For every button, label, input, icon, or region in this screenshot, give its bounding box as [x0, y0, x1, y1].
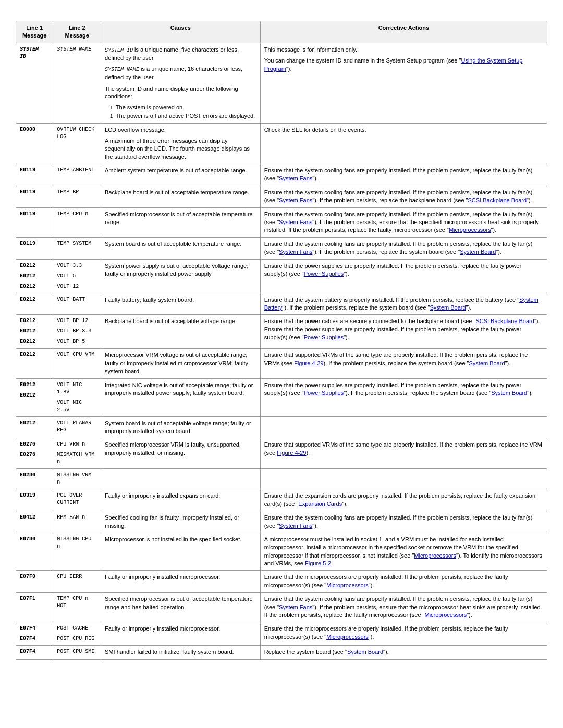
table-row: E0119TEMP CPU nSpecified microprocessor … — [16, 207, 547, 237]
causes-cell: Backplane board is out of acceptable vol… — [101, 315, 261, 349]
table-row: E0212E0212VOLT NIC 1.8VVOLT NIC 2.5VInte… — [16, 378, 547, 416]
causes-cell: Faulty or improperly installed microproc… — [101, 571, 261, 593]
causes-cell: Faulty or improperly installed microproc… — [101, 622, 261, 646]
line1-cell: E0212E0212E0212 — [16, 315, 53, 349]
causes-cell: LCD overflow message.A maximum of three … — [101, 123, 261, 164]
table-row: E07F4E07F4POST CACHEPOST CPU REGFaulty o… — [16, 622, 547, 646]
causes-cell: Faulty or improperly installed expansion… — [101, 489, 261, 511]
line2-cell: CPU IERR — [53, 571, 101, 593]
actions-cell[interactable] — [260, 416, 547, 438]
line2-cell: VOLT CPU VRM — [53, 349, 101, 378]
line2-cell: VOLT PLANAR REG — [53, 416, 101, 438]
table-row: E0280MISSING VRM n — [16, 469, 547, 489]
line1-cell: E0212E0212E0212 — [16, 259, 53, 293]
actions-cell[interactable]: Ensure that the system cooling fans are … — [260, 237, 547, 259]
table-row: SYSTEMIDSYSTEM NAMESYSTEM ID is a unique… — [16, 43, 547, 123]
causes-cell: System board is out of acceptable temper… — [101, 237, 261, 259]
line1-cell: E0119 — [16, 237, 53, 259]
actions-cell[interactable]: A microprocessor must be installed in so… — [260, 533, 547, 571]
line1-cell: E0000 — [16, 123, 53, 164]
line1-cell: E0276E0276 — [16, 438, 53, 469]
line1-cell: E07F4E07F4 — [16, 622, 53, 646]
table-row: E07F4POST CPU SMISMI handler failed to i… — [16, 646, 547, 659]
actions-cell[interactable]: Ensure that the power supplies are prope… — [260, 259, 547, 293]
line1-cell: E0280 — [16, 469, 53, 489]
line2-cell: TEMP SYSTEM — [53, 237, 101, 259]
actions-cell[interactable]: Ensure that the power supplies are prope… — [260, 378, 547, 416]
line1-cell: E0780 — [16, 533, 53, 571]
table-row: E0212VOLT CPU VRMMicroprocessor VRM volt… — [16, 349, 547, 378]
actions-cell[interactable]: Ensure that the system cooling fans are … — [260, 593, 547, 622]
line2-cell: PCI OVER CURRENT — [53, 489, 101, 511]
error-messages-table: Line 1 Message Line 2 Message Causes Cor… — [16, 21, 547, 660]
line2-cell: TEMP BP — [53, 186, 101, 207]
actions-cell[interactable]: Replace the system board (see "System Bo… — [260, 646, 547, 659]
line1-cell: E07F1 — [16, 593, 53, 622]
actions-cell[interactable]: Ensure that the system cooling fans are … — [260, 164, 547, 186]
table-row: E07F0CPU IERRFaulty or improperly instal… — [16, 571, 547, 593]
actions-cell[interactable]: Ensure that the system cooling fans are … — [260, 186, 547, 207]
table-row: E0212VOLT PLANAR REGSystem board is out … — [16, 416, 547, 438]
table-row: E0119TEMP BPBackplane board is out of ac… — [16, 186, 547, 207]
causes-cell: Microprocessor VRM voltage is out of acc… — [101, 349, 261, 378]
actions-cell[interactable]: This message is for information only.You… — [260, 43, 547, 123]
line2-cell: RPM FAN n — [53, 511, 101, 533]
line2-cell: MISSING VRM n — [53, 469, 101, 489]
header-actions: Corrective Actions — [260, 21, 547, 43]
line2-cell: MISSING CPU n — [53, 533, 101, 571]
table-row: E0319PCI OVER CURRENTFaulty or improperl… — [16, 489, 547, 511]
table-row: E0212E0212E0212VOLT BP 12VOLT BP 3.3VOLT… — [16, 315, 547, 349]
table-row: E0212E0212E0212VOLT 3.3VOLT 5VOLT 12Syst… — [16, 259, 547, 293]
actions-cell[interactable]: Ensure that the system battery is proper… — [260, 293, 547, 315]
actions-cell[interactable]: Ensure that supported VRMs of the same t… — [260, 438, 547, 469]
actions-cell[interactable]: Ensure that supported VRMs of the same t… — [260, 349, 547, 378]
actions-cell[interactable]: Ensure that the microprocessors are prop… — [260, 571, 547, 593]
line1-cell: E0212 — [16, 416, 53, 438]
line2-cell: SYSTEM NAME — [53, 43, 101, 123]
table-row: E0412RPM FAN nSpecified cooling fan is f… — [16, 511, 547, 533]
header-line1: Line 1 Message — [16, 21, 53, 43]
line2-cell: CPU VRM nMISMATCH VRM n — [53, 438, 101, 469]
actions-cell[interactable]: Ensure that the expansion cards are prop… — [260, 489, 547, 511]
causes-cell: System power supply is out of acceptable… — [101, 259, 261, 293]
line1-cell: E07F4 — [16, 646, 53, 659]
causes-cell: Ambient system temperature is out of acc… — [101, 164, 261, 186]
table-row: E07F1TEMP CPU n HOTSpecified microproces… — [16, 593, 547, 622]
line1-cell: E0412 — [16, 511, 53, 533]
causes-cell: Specified microprocessor VRM is faulty, … — [101, 438, 261, 469]
table-row: E0119TEMP AMBIENTAmbient system temperat… — [16, 164, 547, 186]
line2-cell: POST CACHEPOST CPU REG — [53, 622, 101, 646]
line2-cell: VOLT NIC 1.8VVOLT NIC 2.5V — [53, 378, 101, 416]
causes-cell: Microprocessor is not installed in the s… — [101, 533, 261, 571]
table-row: E0119TEMP SYSTEMSystem board is out of a… — [16, 237, 547, 259]
actions-cell[interactable]: Ensure that the system cooling fans are … — [260, 511, 547, 533]
line1-cell: SYSTEMID — [16, 43, 53, 123]
actions-cell[interactable]: Check the SEL for details on the events. — [260, 123, 547, 164]
table-row: E0212VOLT BATTFaulty battery; faulty sys… — [16, 293, 547, 315]
line1-cell: E0319 — [16, 489, 53, 511]
causes-cell — [101, 469, 261, 489]
line2-cell: POST CPU SMI — [53, 646, 101, 659]
line2-cell: OVRFLW CHECK LOG — [53, 123, 101, 164]
causes-cell: SYSTEM ID is a unique name, five charact… — [101, 43, 261, 123]
header-causes: Causes — [101, 21, 261, 43]
table-row: E0780MISSING CPU nMicroprocessor is not … — [16, 533, 547, 571]
line1-cell: E07F0 — [16, 571, 53, 593]
causes-cell: Backplane board is out of acceptable tem… — [101, 186, 261, 207]
actions-cell[interactable]: Ensure that the system cooling fans are … — [260, 207, 547, 237]
line1-cell: E0212 — [16, 293, 53, 315]
causes-cell: Specified microprocessor is out of accep… — [101, 593, 261, 622]
line1-cell: E0119 — [16, 186, 53, 207]
line2-cell: TEMP CPU n — [53, 207, 101, 237]
actions-cell[interactable]: Ensure that the microprocessors are prop… — [260, 622, 547, 646]
header-line2: Line 2 Message — [53, 21, 101, 43]
line1-cell: E0212 — [16, 349, 53, 378]
line2-cell: VOLT 3.3VOLT 5VOLT 12 — [53, 259, 101, 293]
line2-cell: TEMP CPU n HOT — [53, 593, 101, 622]
table-row: E0000OVRFLW CHECK LOGLCD overflow messag… — [16, 123, 547, 164]
line2-cell: VOLT BATT — [53, 293, 101, 315]
actions-cell[interactable]: Ensure that the power cables are securel… — [260, 315, 547, 349]
line1-cell: E0212E0212 — [16, 378, 53, 416]
actions-cell[interactable] — [260, 469, 547, 489]
line1-cell: E0119 — [16, 207, 53, 237]
